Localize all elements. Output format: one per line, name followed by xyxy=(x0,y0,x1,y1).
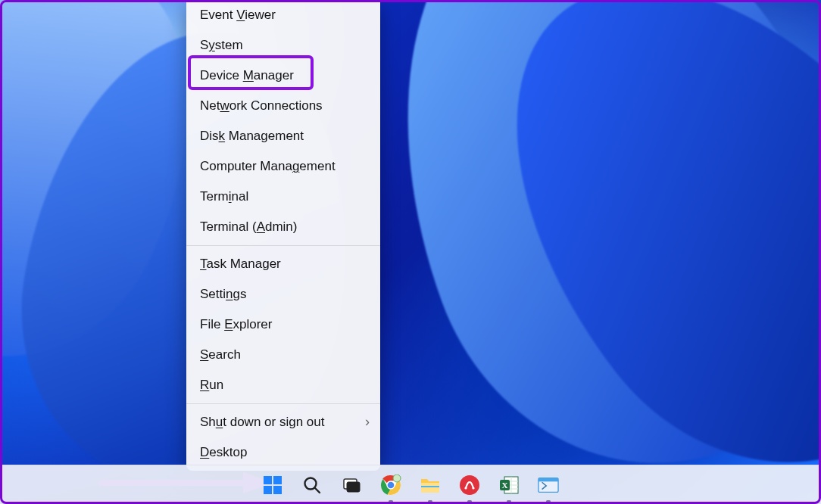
run-dialog-icon[interactable] xyxy=(538,474,559,496)
svg-text:X: X xyxy=(502,481,508,490)
svg-rect-14 xyxy=(421,483,439,493)
file-explorer-icon[interactable] xyxy=(420,474,441,496)
menu-item-task-manager[interactable]: Task Manager xyxy=(186,249,380,279)
svg-point-16 xyxy=(460,475,479,495)
menu-item-computer-management[interactable]: Computer Management xyxy=(186,151,380,182)
svg-point-13 xyxy=(393,474,401,482)
menu-item-run[interactable]: Run xyxy=(186,370,380,400)
chrome-icon[interactable] xyxy=(380,474,401,496)
menu-separator xyxy=(186,245,380,246)
highlight-box xyxy=(188,55,314,90)
menu-item-desktop[interactable]: Desktop xyxy=(186,437,380,468)
task-view-icon[interactable] xyxy=(341,474,362,496)
svg-rect-3 xyxy=(273,476,282,484)
pinned-indicator xyxy=(428,500,432,502)
svg-line-7 xyxy=(315,488,320,493)
menu-item-search[interactable]: Search xyxy=(186,340,380,370)
svg-rect-4 xyxy=(264,486,272,494)
menu-item-shut-down-or-sign-out[interactable]: Shut down or sign out xyxy=(186,407,380,437)
svg-point-12 xyxy=(388,481,395,488)
start-icon[interactable] xyxy=(262,474,283,496)
menu-item-file-explorer[interactable]: File Explorer xyxy=(186,310,380,340)
menu-separator xyxy=(186,403,380,404)
desktop-wallpaper xyxy=(0,0,821,504)
svg-rect-5 xyxy=(273,486,282,494)
menu-item-settings[interactable]: Settings xyxy=(186,279,380,310)
pinned-indicator xyxy=(546,500,551,502)
search-icon[interactable] xyxy=(301,474,323,496)
menu-item-event-viewer[interactable]: Event Viewer xyxy=(186,0,380,30)
menu-item-network-connections[interactable]: Network Connections xyxy=(186,91,380,121)
menu-item-terminal-admin[interactable]: Terminal (Admin) xyxy=(186,212,380,242)
svg-rect-2 xyxy=(264,476,272,484)
svg-rect-15 xyxy=(421,486,439,487)
svg-rect-9 xyxy=(347,482,360,492)
snagit-icon[interactable] xyxy=(459,474,480,496)
menu-item-terminal[interactable]: Terminal xyxy=(186,182,380,212)
pinned-indicator xyxy=(507,500,511,502)
svg-rect-27 xyxy=(538,478,558,481)
excel-icon[interactable]: X xyxy=(498,474,520,496)
pinned-indicator xyxy=(467,500,472,502)
svg-point-18 xyxy=(472,487,474,489)
pinned-indicator xyxy=(389,500,393,502)
menu-item-disk-management[interactable]: Disk Management xyxy=(186,121,380,151)
taskbar: X xyxy=(0,465,821,504)
svg-point-17 xyxy=(464,487,467,489)
